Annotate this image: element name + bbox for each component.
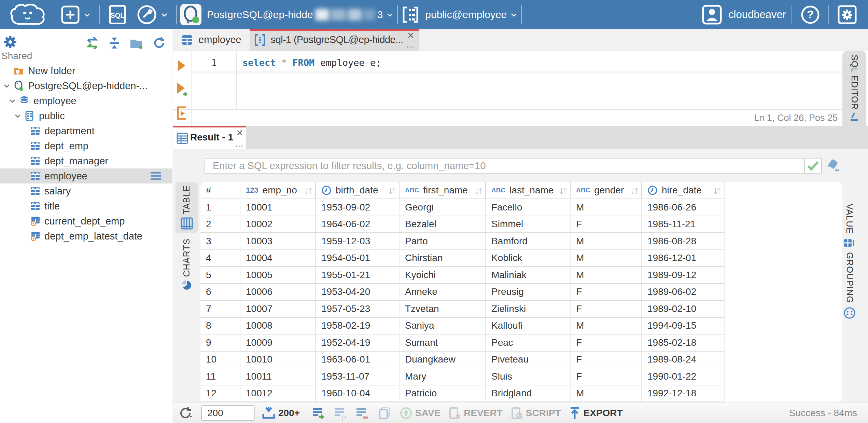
row-number-cell[interactable]: 5: [200, 267, 240, 284]
data-cell[interactable]: Facello: [486, 199, 570, 216]
help-button[interactable]: ?: [800, 5, 820, 25]
sort-icon[interactable]: ↓↑: [388, 185, 395, 196]
data-cell[interactable]: Zielinski: [486, 300, 570, 317]
vtab-charts[interactable]: CHARTS: [176, 236, 198, 290]
data-cell[interactable]: 10004: [240, 250, 316, 267]
data-cell[interactable]: Kalloufi: [486, 317, 570, 335]
data-cell[interactable]: 1992-12-18: [642, 385, 724, 402]
data-cell[interactable]: 1985-11-21: [642, 216, 724, 233]
filter-input[interactable]: Enter a SQL expression to filter results…: [205, 158, 805, 174]
column-header-hire_date[interactable]: hire_date↓↑: [642, 182, 724, 199]
data-cell[interactable]: Peac: [486, 334, 570, 351]
data-cell[interactable]: 1958-02-19: [316, 317, 399, 335]
data-cell[interactable]: Duangkaew: [399, 351, 486, 368]
data-cell[interactable]: 10008: [240, 317, 316, 335]
data-cell[interactable]: 1953-11-07: [316, 368, 399, 385]
chevron-down-icon[interactable]: [14, 112, 22, 120]
tab-menu-icon[interactable]: ...: [406, 39, 415, 50]
data-cell[interactable]: 10002: [240, 216, 316, 233]
sql-editor-vtab[interactable]: SQL EDITOR: [842, 51, 866, 126]
data-cell[interactable]: 1986-12-01: [642, 250, 724, 267]
data-cell[interactable]: 1952-04-19: [316, 334, 399, 351]
add-row-button[interactable]: [311, 406, 326, 420]
data-cell[interactable]: Parto: [399, 233, 486, 250]
data-cell[interactable]: Sluis: [486, 368, 570, 385]
data-cell[interactable]: 10003: [240, 233, 316, 250]
row-number-cell[interactable]: 4: [200, 250, 240, 267]
data-cell[interactable]: Chirstian: [399, 250, 486, 267]
data-cell[interactable]: 1953-09-02: [316, 199, 399, 216]
script-button[interactable]: SCRIPT: [510, 407, 561, 420]
data-cell[interactable]: Maliniak: [486, 267, 570, 284]
row-number-cell[interactable]: 12: [200, 385, 240, 402]
data-cell[interactable]: 1989-06-02: [642, 284, 724, 301]
data-cell[interactable]: 10012: [240, 385, 316, 402]
user-menu[interactable]: cloudbeaver: [702, 4, 786, 25]
row-number-cell[interactable]: 1: [200, 199, 240, 216]
data-cell[interactable]: Tzvetan: [399, 300, 486, 317]
row-number-cell[interactable]: 7: [200, 300, 240, 317]
connection-selector[interactable]: PostgreSQL@ep-hidde 3: [180, 4, 394, 25]
data-cell[interactable]: 1986-08-28: [642, 233, 724, 250]
data-cell[interactable]: M: [570, 233, 642, 250]
schema-selector[interactable]: public@employee: [401, 5, 518, 24]
collapse-all-icon[interactable]: [108, 37, 121, 49]
sort-icon[interactable]: ↓↑: [630, 185, 637, 196]
data-cell[interactable]: 1964-06-02: [316, 216, 399, 233]
data-cell[interactable]: 10001: [240, 199, 316, 216]
data-cell[interactable]: M: [570, 317, 642, 335]
data-cell[interactable]: Piveteau: [486, 351, 570, 368]
sync-connections-icon[interactable]: [85, 37, 99, 49]
close-result-icon[interactable]: ✕: [236, 128, 243, 138]
data-cell[interactable]: M: [570, 267, 642, 284]
data-cell[interactable]: 10006: [240, 284, 316, 301]
data-cell[interactable]: 1959-12-03: [316, 233, 399, 250]
data-cell[interactable]: 1986-06-26: [642, 199, 724, 216]
data-cell[interactable]: 10005: [240, 267, 316, 284]
data-cell[interactable]: Koblick: [486, 250, 570, 267]
row-number-cell[interactable]: 8: [200, 317, 240, 335]
data-cell[interactable]: M: [570, 250, 642, 267]
tree-item-dept-manager[interactable]: dept_manager: [0, 153, 172, 168]
clear-filter-button[interactable]: [827, 159, 841, 172]
row-number-cell[interactable]: 9: [200, 334, 240, 351]
data-cell[interactable]: Bezalel: [399, 216, 486, 233]
data-cell[interactable]: F: [570, 368, 642, 385]
tree-item-dept-emp-latest-date[interactable]: dept_emp_latest_date: [0, 229, 172, 244]
settings-button[interactable]: [837, 5, 857, 25]
duplicate-row-button[interactable]: (+): [333, 406, 348, 420]
data-cell[interactable]: Mary: [399, 368, 486, 385]
save-button[interactable]: SAVE: [400, 407, 440, 420]
fetch-size-input[interactable]: 200: [201, 405, 255, 421]
sort-icon[interactable]: ↓↑: [304, 185, 311, 196]
row-number-cell[interactable]: 10: [200, 351, 240, 368]
sql-editor[interactable]: 1 select * FROM employee e; Ln 1, Col 26…: [173, 51, 842, 126]
chevron-down-icon[interactable]: [8, 97, 16, 105]
data-cell[interactable]: 1957-05-23: [316, 300, 399, 317]
data-cell[interactable]: Patricio: [399, 385, 486, 402]
data-cell[interactable]: Bridgland: [486, 385, 570, 402]
data-cell[interactable]: F: [570, 284, 642, 301]
apply-filter-button[interactable]: [804, 158, 822, 174]
data-cell[interactable]: 1953-04-20: [316, 284, 399, 301]
data-cell[interactable]: Anneke: [399, 284, 486, 301]
vtab-grouping[interactable]: GROUPING: [843, 252, 856, 319]
refresh-results-button[interactable]: [179, 406, 194, 420]
data-cell[interactable]: 1963-06-01: [316, 351, 399, 368]
column-header-birth_date[interactable]: birth_date↓↑: [316, 182, 399, 199]
data-cell[interactable]: 1985-02-18: [642, 334, 724, 351]
execute-script-icon[interactable]: [176, 106, 188, 120]
fetch-more-button[interactable]: 200+: [262, 406, 300, 420]
tree-item-new-folder[interactable]: New folder: [0, 63, 172, 78]
row-number-cell[interactable]: 6: [200, 284, 240, 301]
data-cell[interactable]: 10010: [240, 351, 316, 368]
data-cell[interactable]: 1990-01-22: [642, 368, 724, 385]
sort-icon[interactable]: ↓↑: [474, 185, 481, 196]
data-cell[interactable]: 10011: [240, 368, 316, 385]
sql-editor-button[interactable]: SQL: [108, 5, 127, 24]
data-cell[interactable]: 10009: [240, 334, 316, 351]
row-number-cell[interactable]: 3: [200, 233, 240, 250]
data-cell[interactable]: Bamford: [486, 233, 570, 250]
data-cell[interactable]: 10007: [240, 300, 316, 317]
new-object-button[interactable]: [61, 5, 91, 24]
